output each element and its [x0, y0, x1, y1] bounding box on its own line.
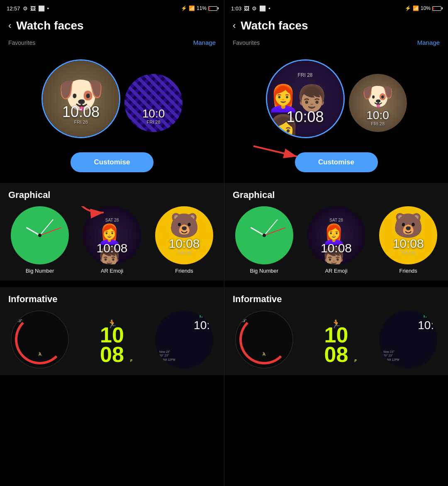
clock-center-2	[235, 206, 293, 264]
manage-button-1[interactable]: Manage	[193, 39, 216, 46]
ar-emoji-time-overlay-1: 10:08	[96, 241, 127, 255]
info-icon-1: 🚴	[38, 352, 42, 356]
emoji-watch-date-top-2: FRI 28	[297, 72, 312, 78]
bluetooth-icon-2: ⚡	[405, 5, 411, 11]
status-right-2: ⚡ 📶 10%	[405, 5, 441, 11]
battery-text-2: 10%	[421, 5, 431, 11]
wifi-icon-1: 📶	[189, 5, 195, 11]
page-title-2: Watch faces	[241, 19, 308, 32]
red-arrow-2	[249, 140, 307, 165]
back-button-1[interactable]: ‹	[8, 20, 11, 31]
info-thumb-2-2: 10 08 🏃 89	[307, 310, 365, 369]
temp-info-1: 23°	[17, 319, 22, 323]
info-big-num2-1: 08	[100, 345, 124, 364]
watch-carousel-2: FRI 28 10:08 10:0 FRI 28	[224, 51, 448, 147]
thu-label-2: THU	[423, 314, 432, 318]
pattern-watch-img-1: 10:0 FRI 28	[124, 74, 183, 132]
main-watch-face-1[interactable]: 10:08 FRI 28	[41, 59, 120, 138]
ar-emoji-thumb-2: SAT 28 10:08	[307, 206, 365, 264]
battery-bar-1	[208, 6, 217, 11]
info-item-3-2[interactable]: THU 10: Now 23°20° 23°10AM 12PM ❤	[375, 310, 441, 369]
friends-item-2[interactable]: 10:08 THU 28 Friends	[375, 206, 441, 274]
info-time-3-2: 10:	[418, 319, 434, 332]
image-icon-2: 🖼	[244, 5, 249, 12]
section-gap-4	[224, 281, 448, 284]
main-watch-face-2[interactable]: FRI 28 10:08	[266, 59, 345, 138]
ar-emoji-time-2: 10:08	[321, 241, 352, 255]
section-header-2: Favourites Manage	[224, 37, 448, 51]
info-item-3-1[interactable]: THU 10: Now 23°20° 23°10AM 12PM ❤	[151, 310, 217, 369]
big-number-item-1[interactable]: Big Number	[7, 206, 73, 274]
secondary-time-display-2: 10:0	[366, 110, 389, 121]
graphical-title-1: Graphical	[0, 190, 224, 206]
info-item-2-2[interactable]: 10 08 🏃 89	[303, 310, 370, 369]
clock-dot-2	[263, 234, 266, 237]
secondary-watch-face-1[interactable]: 10:0 FRI 28	[124, 74, 183, 132]
status-left-2: 1:03 🖼 ⚙ ⬜ •	[231, 5, 270, 12]
battery-fill-2	[433, 7, 434, 10]
back-button-2[interactable]: ‹	[233, 20, 236, 31]
watch-grid-graphical-1: Big Number SAT 28 10:08	[0, 206, 224, 274]
main-watch-time-1: 10:08 FRI 28	[62, 105, 100, 125]
thu-label-1: THU	[199, 314, 207, 318]
info-thumb-2-1: 10 08 🏃 89	[83, 310, 141, 369]
friends-time-2: 10:08	[393, 237, 424, 251]
info-item-1-1[interactable]: 🚴 23°	[7, 310, 73, 369]
ar-emoji-time-1: 10:08	[96, 241, 127, 255]
big-number-thumb-2	[235, 206, 293, 264]
graphical-title-2: Graphical	[224, 190, 448, 206]
dot-icon-2: •	[268, 5, 270, 12]
section-gap-3	[224, 180, 448, 183]
info-item-2-1[interactable]: 10 08 🏃 89	[79, 310, 145, 369]
secondary-watch-face-2[interactable]: 10:0 FRI 28	[349, 74, 407, 132]
steps-num-1: 89	[130, 359, 135, 364]
image-icon-1: 🖼	[30, 5, 36, 12]
status-left-1: 12:57 ⚙ 🖼 ⬜ •	[7, 5, 49, 12]
manage-button-2[interactable]: Manage	[417, 39, 440, 46]
friends-time-overlay-2: 10:08 THU 28	[393, 237, 424, 255]
battery-fill-1	[209, 7, 210, 10]
friends-thumb-2: 10:08 THU 28	[379, 206, 437, 264]
info-thumb-1-2: 🚴 23°	[235, 310, 293, 369]
informative-title-2: Informative	[224, 294, 448, 310]
big-number-thumb-1	[11, 206, 69, 264]
ar-emoji-item-2[interactable]: SAT 28 10:08 AR Emoji	[303, 206, 370, 274]
emoji-watch-img-2: FRI 28 10:08	[267, 61, 343, 137]
heart-icon-2: ❤	[430, 360, 433, 364]
watch-grid-informative-2: 🚴 23° 10 08 🏃 89 THU 10: No	[224, 310, 448, 369]
favourites-label-1: Favourites	[8, 39, 35, 46]
time-display-2: 1:03	[231, 5, 241, 12]
info-thumb-3-2: THU 10: Now 23°20° 23°10AM 12PM ❤	[379, 310, 437, 369]
info-time-3-1: 10:	[194, 319, 210, 332]
big-number-item-2[interactable]: Big Number	[231, 206, 297, 274]
weather-info-2: Now 23°20° 23°10AM 12PM	[383, 350, 399, 362]
friends-label-1: Friends	[175, 268, 193, 274]
ar-emoji-label-1: AR Emoji	[101, 268, 123, 274]
ar-emoji-time-overlay-2: 10:08	[321, 241, 352, 255]
secondary-time-display-1: 10:0	[142, 108, 165, 120]
customise-button-1[interactable]: Customise	[71, 152, 153, 172]
friends-label-2: Friends	[399, 268, 417, 274]
info-item-1-2[interactable]: 🚴 23°	[231, 310, 297, 369]
dot-icon-1: •	[47, 5, 49, 12]
status-bar-1: 12:57 ⚙ 🖼 ⬜ • ⚡ 📶 11%	[0, 0, 224, 15]
heart-icon-1: ❤	[206, 360, 209, 364]
info-icon-2: 🚴	[262, 352, 266, 356]
status-right-1: ⚡ 📶 11%	[181, 5, 217, 11]
weather-info-1: Now 23°20° 23°10AM 12PM	[159, 350, 175, 362]
friends-time-1: 10:08	[168, 237, 200, 251]
status-bar-2: 1:03 🖼 ⚙ ⬜ • ⚡ 📶 10%	[224, 0, 448, 15]
ar-emoji-item-1[interactable]: SAT 28 10:08 AR Emoji	[79, 206, 145, 274]
red-arrow-1	[66, 206, 116, 223]
bluetooth-icon-1: ⚡	[181, 5, 187, 11]
settings-icon-2: ⚙	[252, 5, 257, 12]
ar-emoji-date-2: SAT 28	[329, 218, 343, 222]
phone-panel-2: 1:03 🖼 ⚙ ⬜ • ⚡ 📶 10% ‹ Watch faces Favou…	[224, 0, 448, 486]
runner-icon-1: 🏃	[107, 319, 117, 329]
page-header-2: ‹ Watch faces	[224, 15, 448, 37]
friends-item-1[interactable]: 10:08 THU 28 Friends	[151, 206, 217, 274]
clock-dot-1	[38, 234, 41, 237]
settings-icon-1: ⚙	[23, 5, 28, 12]
alarm-icon-1: ⬜	[38, 5, 45, 12]
informative-title-1: Informative	[0, 294, 224, 310]
